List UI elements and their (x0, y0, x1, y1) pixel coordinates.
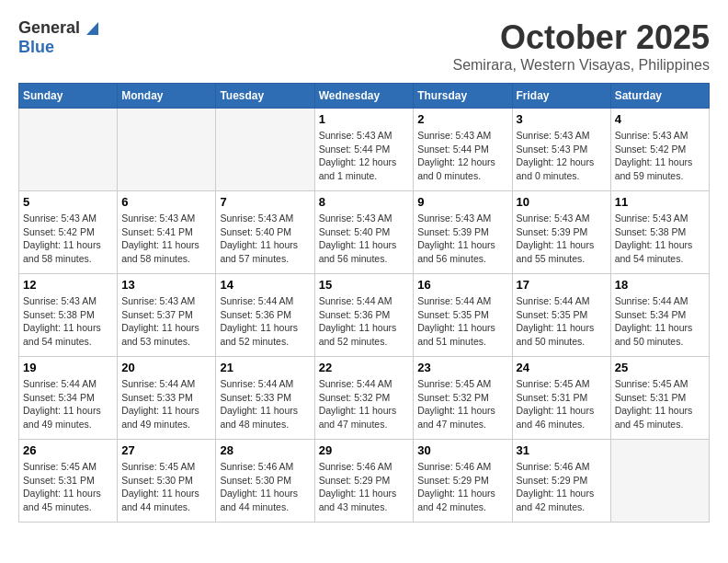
day-info: Sunrise: 5:44 AM Sunset: 5:32 PM Dayligh… (319, 377, 410, 431)
day-number: 27 (121, 443, 211, 457)
day-info: Sunrise: 5:46 AM Sunset: 5:29 PM Dayligh… (417, 460, 507, 514)
calendar-cell (610, 440, 709, 523)
day-number: 3 (517, 112, 607, 126)
weekday-header: Friday (512, 84, 610, 109)
day-info: Sunrise: 5:43 AM Sunset: 5:37 PM Dayligh… (121, 294, 211, 349)
calendar-cell: 23Sunrise: 5:45 AM Sunset: 5:32 PM Dayli… (414, 357, 512, 440)
calendar-cell: 3Sunrise: 5:43 AM Sunset: 5:43 PM Daylig… (512, 109, 610, 191)
day-info: Sunrise: 5:44 AM Sunset: 5:33 PM Dayligh… (121, 377, 211, 431)
day-number: 6 (121, 195, 211, 209)
logo-general: General (18, 18, 80, 38)
day-info: Sunrise: 5:43 AM Sunset: 5:43 PM Dayligh… (517, 129, 607, 183)
calendar-cell: 19Sunrise: 5:44 AM Sunset: 5:34 PM Dayli… (19, 357, 118, 440)
svg-marker-0 (86, 22, 98, 35)
day-number: 26 (23, 443, 113, 457)
logo: General Blue (18, 18, 98, 57)
calendar-cell (216, 109, 314, 191)
day-number: 23 (417, 361, 507, 374)
day-number: 21 (220, 361, 310, 374)
day-number: 11 (615, 195, 705, 209)
day-info: Sunrise: 5:44 AM Sunset: 5:33 PM Dayligh… (220, 377, 310, 431)
logo-icon (82, 20, 98, 37)
calendar-cell: 24Sunrise: 5:45 AM Sunset: 5:31 PM Dayli… (512, 357, 610, 440)
calendar-cell: 28Sunrise: 5:46 AM Sunset: 5:30 PM Dayli… (216, 440, 314, 523)
calendar-cell: 17Sunrise: 5:44 AM Sunset: 5:35 PM Dayli… (512, 274, 610, 357)
weekday-header: Thursday (414, 84, 512, 109)
day-number: 13 (121, 278, 211, 292)
calendar-cell: 27Sunrise: 5:45 AM Sunset: 5:30 PM Dayli… (118, 440, 216, 523)
weekday-header: Wednesday (314, 84, 414, 109)
day-number: 10 (517, 195, 607, 209)
calendar-cell (19, 109, 118, 191)
day-info: Sunrise: 5:45 AM Sunset: 5:31 PM Dayligh… (615, 377, 705, 431)
weekday-header: Tuesday (216, 84, 314, 109)
day-info: Sunrise: 5:43 AM Sunset: 5:44 PM Dayligh… (417, 129, 507, 183)
calendar-cell: 30Sunrise: 5:46 AM Sunset: 5:29 PM Dayli… (414, 440, 512, 523)
calendar-cell: 13Sunrise: 5:43 AM Sunset: 5:37 PM Dayli… (118, 274, 216, 357)
day-info: Sunrise: 5:43 AM Sunset: 5:40 PM Dayligh… (319, 212, 410, 266)
day-info: Sunrise: 5:44 AM Sunset: 5:34 PM Dayligh… (615, 294, 705, 349)
calendar-cell: 29Sunrise: 5:46 AM Sunset: 5:29 PM Dayli… (314, 440, 414, 523)
day-number: 4 (615, 112, 705, 126)
title-block: October 2025 Semirara, Western Visayas, … (452, 18, 710, 74)
calendar-cell: 6Sunrise: 5:43 AM Sunset: 5:41 PM Daylig… (118, 191, 216, 274)
day-number: 16 (417, 278, 507, 292)
calendar-cell: 9Sunrise: 5:43 AM Sunset: 5:39 PM Daylig… (414, 191, 512, 274)
calendar-week-row: 26Sunrise: 5:45 AM Sunset: 5:31 PM Dayli… (19, 440, 710, 523)
day-number: 8 (319, 195, 410, 209)
day-number: 5 (23, 195, 113, 209)
day-info: Sunrise: 5:46 AM Sunset: 5:29 PM Dayligh… (319, 460, 410, 514)
calendar-cell: 8Sunrise: 5:43 AM Sunset: 5:40 PM Daylig… (314, 191, 414, 274)
day-number: 29 (319, 443, 410, 457)
day-info: Sunrise: 5:46 AM Sunset: 5:29 PM Dayligh… (517, 460, 607, 514)
day-info: Sunrise: 5:43 AM Sunset: 5:39 PM Dayligh… (417, 212, 507, 266)
day-number: 22 (319, 361, 410, 374)
calendar-table: SundayMondayTuesdayWednesdayThursdayFrid… (18, 83, 710, 523)
day-number: 30 (417, 443, 507, 457)
calendar-cell: 26Sunrise: 5:45 AM Sunset: 5:31 PM Dayli… (19, 440, 118, 523)
day-number: 9 (417, 195, 507, 209)
day-number: 7 (220, 195, 310, 209)
calendar-cell: 11Sunrise: 5:43 AM Sunset: 5:38 PM Dayli… (610, 191, 709, 274)
calendar-cell: 1Sunrise: 5:43 AM Sunset: 5:44 PM Daylig… (314, 109, 414, 191)
day-info: Sunrise: 5:44 AM Sunset: 5:35 PM Dayligh… (417, 294, 507, 349)
day-info: Sunrise: 5:43 AM Sunset: 5:38 PM Dayligh… (23, 294, 113, 349)
calendar-cell (118, 109, 216, 191)
day-number: 25 (615, 361, 705, 374)
day-info: Sunrise: 5:43 AM Sunset: 5:40 PM Dayligh… (220, 212, 310, 266)
calendar-header-row: SundayMondayTuesdayWednesdayThursdayFrid… (19, 84, 710, 109)
calendar-cell: 4Sunrise: 5:43 AM Sunset: 5:42 PM Daylig… (610, 109, 709, 191)
calendar-cell: 20Sunrise: 5:44 AM Sunset: 5:33 PM Dayli… (118, 357, 216, 440)
calendar-cell: 25Sunrise: 5:45 AM Sunset: 5:31 PM Dayli… (610, 357, 709, 440)
weekday-header: Monday (118, 84, 216, 109)
calendar-cell: 31Sunrise: 5:46 AM Sunset: 5:29 PM Dayli… (512, 440, 610, 523)
calendar-cell: 14Sunrise: 5:44 AM Sunset: 5:36 PM Dayli… (216, 274, 314, 357)
day-info: Sunrise: 5:44 AM Sunset: 5:36 PM Dayligh… (319, 294, 410, 349)
day-info: Sunrise: 5:46 AM Sunset: 5:30 PM Dayligh… (220, 460, 310, 514)
calendar-week-row: 1Sunrise: 5:43 AM Sunset: 5:44 PM Daylig… (19, 109, 710, 191)
day-number: 28 (220, 443, 310, 457)
calendar-cell: 16Sunrise: 5:44 AM Sunset: 5:35 PM Dayli… (414, 274, 512, 357)
weekday-header: Saturday (610, 84, 709, 109)
page-header: General Blue October 2025 Semirara, West… (18, 18, 710, 74)
calendar-cell: 18Sunrise: 5:44 AM Sunset: 5:34 PM Dayli… (610, 274, 709, 357)
day-info: Sunrise: 5:44 AM Sunset: 5:36 PM Dayligh… (220, 294, 310, 349)
day-number: 2 (417, 112, 507, 126)
day-info: Sunrise: 5:43 AM Sunset: 5:42 PM Dayligh… (615, 129, 705, 183)
month-title: October 2025 (452, 18, 710, 57)
day-number: 20 (121, 361, 211, 374)
calendar-cell: 22Sunrise: 5:44 AM Sunset: 5:32 PM Dayli… (314, 357, 414, 440)
day-info: Sunrise: 5:43 AM Sunset: 5:41 PM Dayligh… (121, 212, 211, 266)
day-number: 31 (517, 443, 607, 457)
day-info: Sunrise: 5:45 AM Sunset: 5:31 PM Dayligh… (517, 377, 607, 431)
day-info: Sunrise: 5:45 AM Sunset: 5:32 PM Dayligh… (417, 377, 507, 431)
logo-blue: Blue (18, 38, 54, 56)
day-number: 19 (23, 361, 113, 374)
day-info: Sunrise: 5:44 AM Sunset: 5:34 PM Dayligh… (23, 377, 113, 431)
calendar-week-row: 19Sunrise: 5:44 AM Sunset: 5:34 PM Dayli… (19, 357, 710, 440)
day-info: Sunrise: 5:43 AM Sunset: 5:42 PM Dayligh… (23, 212, 113, 266)
day-info: Sunrise: 5:45 AM Sunset: 5:30 PM Dayligh… (121, 460, 211, 514)
day-number: 18 (615, 278, 705, 292)
day-info: Sunrise: 5:44 AM Sunset: 5:35 PM Dayligh… (517, 294, 607, 349)
calendar-cell: 12Sunrise: 5:43 AM Sunset: 5:38 PM Dayli… (19, 274, 118, 357)
